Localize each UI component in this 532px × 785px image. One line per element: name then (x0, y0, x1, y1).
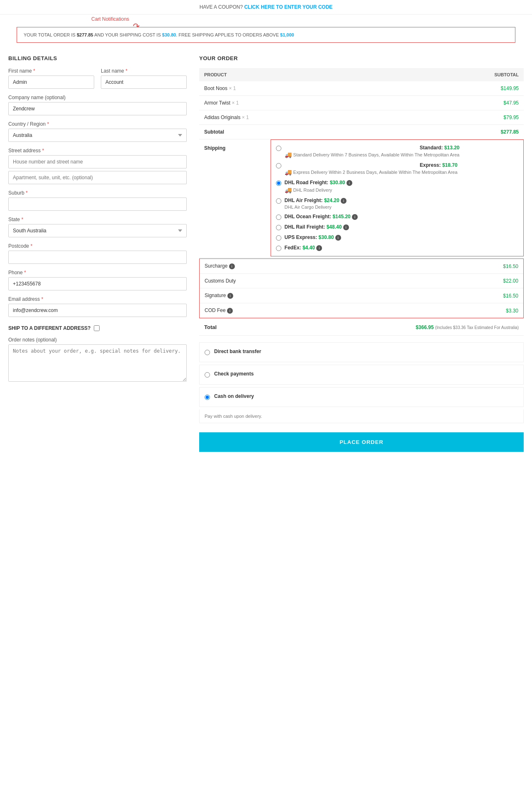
name-row: First name * Last name * (8, 68, 187, 89)
signature-row: Signature i $16.50 (200, 288, 523, 303)
shipping-label-dhl_ocean: DHL Ocean Freight: $145.20 i (285, 214, 358, 220)
shipping-radio-dhl_ocean[interactable] (276, 215, 281, 220)
surcharge-row: Surcharge i $16.50 (200, 259, 523, 274)
payment-option-cod[interactable]: Cash on delivery (199, 387, 524, 407)
customs-row: Customs Duty $22.00 (200, 274, 523, 288)
order-item-row: Armor Twist × 1$47.95 (199, 96, 524, 110)
payment-option-check[interactable]: Check payments (199, 365, 524, 385)
notes-group: Order notes (optional) (8, 337, 187, 383)
shipping-label-standard: Standard: $13.20🚚Standard Delivery Withi… (285, 145, 460, 158)
phone-group: Phone * (8, 270, 187, 290)
item-price: $47.95 (271, 96, 524, 110)
state-label: State * (8, 217, 187, 222)
last-name-input[interactable] (101, 76, 187, 89)
shipping-option-standard: Standard: $13.20🚚Standard Delivery Withi… (276, 145, 518, 158)
subtotal-label: Subtotal (199, 125, 271, 139)
payment-label-cod: Cash on delivery (214, 393, 254, 399)
street-input[interactable] (8, 155, 187, 168)
shipping-radio-dhl_air[interactable] (276, 198, 281, 204)
signature-value: $16.50 (503, 293, 518, 299)
cart-notifications-label: Cart Notifications (91, 16, 129, 22)
shipping-option-fedex: FedEx: $4.40 i (276, 245, 518, 251)
apartment-input[interactable] (8, 171, 187, 184)
surcharge-label: Surcharge i (205, 263, 235, 269)
street-label: Street address * (8, 148, 187, 154)
state-select[interactable]: South Australia (8, 224, 187, 237)
email-label: Email address * (8, 296, 187, 302)
company-input[interactable] (8, 102, 187, 115)
email-group: Email address * (8, 296, 187, 317)
postcode-label: Postcode * (8, 243, 187, 249)
first-name-label: First name * (8, 68, 94, 74)
signature-info-icon[interactable]: i (227, 293, 233, 299)
cod-fee-info-icon[interactable]: i (227, 308, 233, 314)
handling-box: Surcharge i $16.50 Customs Duty $22.00 S… (199, 258, 524, 318)
shipping-label-fedex: FedEx: $4.40 i (285, 245, 322, 251)
phone-label: Phone * (8, 270, 187, 275)
postcode-input[interactable] (8, 251, 187, 264)
postcode-group: Postcode * (8, 243, 187, 264)
total-amount: $366.95 (Includes $33.36 Tax Estimated F… (416, 324, 519, 330)
shipping-option-ups: UPS Express: $30.80 i (276, 234, 518, 241)
email-input[interactable] (8, 304, 187, 317)
suburb-group: Suburb * (8, 190, 187, 211)
ship-different-row: SHIP TO A DIFFERENT ADDRESS? (8, 325, 187, 331)
first-name-group: First name * (8, 68, 94, 89)
shipping-radio-express[interactable] (276, 163, 281, 168)
cod-fee-label: COD Fee i (205, 307, 233, 314)
order-table-header: PRODUCT SUBTOTAL (199, 68, 524, 81)
cod-fee-row: COD Fee i $3.30 (200, 303, 523, 318)
cod-description: Pay with cash upon delivery. (199, 410, 524, 423)
surcharge-value: $16.50 (503, 263, 518, 269)
payment-radio-cod[interactable] (205, 395, 210, 400)
street-group: Street address * (8, 148, 187, 184)
shipping-radio-ups[interactable] (276, 235, 281, 241)
payment-radio-bank_transfer[interactable] (205, 350, 210, 355)
company-label: Company name (optional) (8, 95, 187, 100)
notes-label: Order notes (optional) (8, 337, 187, 343)
coupon-link[interactable]: CLICK HERE TO ENTER YOUR CODE (244, 4, 332, 10)
shipping-label-dhl_rail: DHL Rail Freight: $48.40 i (285, 224, 349, 230)
product-header: PRODUCT (199, 68, 271, 81)
shipping-radio-dhl_rail[interactable] (276, 225, 281, 230)
company-group: Company name (optional) (8, 95, 187, 115)
item-price: $149.95 (271, 81, 524, 96)
total-row: Total $366.95 (Includes $33.36 Tax Estim… (199, 319, 524, 336)
place-order-button[interactable]: PLACE ORDER (199, 432, 524, 452)
shipping-radio-standard[interactable] (276, 146, 281, 151)
customs-value: $22.00 (503, 278, 518, 284)
shipping-options-box: Standard: $13.20🚚Standard Delivery Withi… (271, 139, 524, 256)
main-content: BILLING DETAILS First name * Last name *… (0, 47, 532, 452)
first-name-input[interactable] (8, 76, 94, 89)
shipping-radio-fedex[interactable] (276, 246, 281, 251)
ship-different-label: SHIP TO A DIFFERENT ADDRESS? (8, 325, 90, 331)
payment-radio-check[interactable] (205, 372, 210, 378)
shipping-radio-dhl_road[interactable] (276, 180, 281, 186)
phone-input[interactable] (8, 277, 187, 290)
shipping-row: Shipping Standard: $13.20🚚Standard Deliv… (199, 139, 524, 258)
notes-textarea[interactable] (8, 344, 187, 382)
ship-different-checkbox[interactable] (94, 325, 100, 331)
country-group: Country / Region * Australia (8, 121, 187, 142)
shipping-label-dhl_air: DHL Air Freight: $24.20 iDHL Air Cargo D… (285, 197, 347, 210)
payment-label-check: Check payments (214, 371, 254, 377)
shipping-option-dhl_air: DHL Air Freight: $24.20 iDHL Air Cargo D… (276, 197, 518, 210)
total-label: Total (204, 324, 217, 330)
country-select[interactable]: Australia (8, 129, 187, 142)
country-label: Country / Region * (8, 121, 187, 127)
shipping-cell-options: Standard: $13.20🚚Standard Delivery Withi… (271, 139, 524, 258)
order-title: YOUR ORDER (199, 55, 524, 61)
suburb-input[interactable] (8, 197, 187, 211)
shipping-option-dhl_ocean: DHL Ocean Freight: $145.20 i (276, 214, 518, 220)
notification-text-mid: AND YOUR SHIPPING COST IS (93, 32, 162, 37)
signature-label: Signature i (205, 293, 233, 299)
notification-shipping: $30.80 (162, 32, 176, 37)
item-price: $79.95 (271, 110, 524, 125)
order-table: PRODUCT SUBTOTAL Boot Noos × 1$149.95Arm… (199, 68, 524, 258)
payment-option-bank_transfer[interactable]: Direct bank transfer (199, 342, 524, 362)
total-tax: (Includes $33.36 Tax Estimated For Austr… (435, 325, 519, 330)
surcharge-info-icon[interactable]: i (229, 263, 235, 269)
order-item-row: Boot Noos × 1$149.95 (199, 81, 524, 96)
notification-threshold: $1,000 (280, 32, 294, 37)
billing-title: BILLING DETAILS (8, 55, 187, 61)
